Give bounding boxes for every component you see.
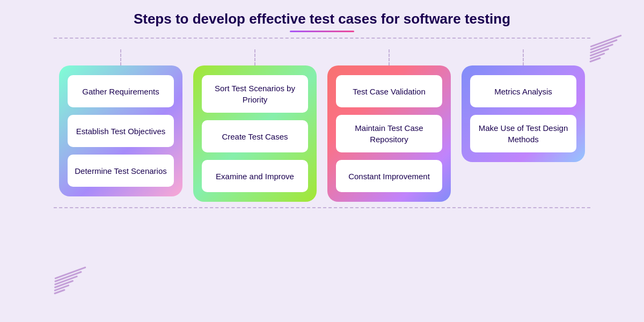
title-underline <box>290 31 354 32</box>
deco-lines-bottom-left <box>54 272 87 292</box>
title-section: Steps to develop effective test cases fo… <box>21 11 623 32</box>
item-maintain-test-case-repository: Maintain Test Case Repository <box>336 115 442 152</box>
card-3: Test Case Validation Maintain Test Case … <box>327 65 451 202</box>
page-container: Steps to develop effective test cases fo… <box>0 0 644 322</box>
item-make-use-test-design: Make Use of Test Design Methods <box>470 115 576 152</box>
item-gather-requirements: Gather Requirements <box>68 75 174 107</box>
item-constant-improvement: Constant Improvement <box>336 160 442 192</box>
deco-lines-top-right <box>589 40 623 61</box>
card-wrapper-1: Gather Requirements Establish Test Objec… <box>59 49 182 202</box>
card-wrapper-3: Test Case Validation Maintain Test Case … <box>327 49 451 202</box>
item-examine-improve: Examine and Improve <box>202 160 308 192</box>
dotted-line-4 <box>523 49 524 65</box>
card-1: Gather Requirements Establish Test Objec… <box>59 65 182 196</box>
item-determine-test-scenarios: Determine Test Scenarios <box>68 155 174 187</box>
card-wrapper-2: Sort Test Scenarios by Priority Create T… <box>193 49 317 202</box>
item-establish-test-objectives: Establish Test Objectives <box>68 115 174 147</box>
card-4: Metrics Analysis Make Use of Test Design… <box>462 65 585 162</box>
item-metrics-analysis: Metrics Analysis <box>470 75 576 107</box>
item-sort-test-scenarios: Sort Test Scenarios by Priority <box>202 75 308 113</box>
item-create-test-cases: Create Test Cases <box>202 120 308 152</box>
item-test-case-validation: Test Case Validation <box>336 75 442 107</box>
dotted-line-2 <box>254 49 255 65</box>
dotted-line-3 <box>389 49 390 65</box>
page-title: Steps to develop effective test cases fo… <box>21 11 623 27</box>
card-wrapper-4: Metrics Analysis Make Use of Test Design… <box>462 49 585 202</box>
cards-container: Gather Requirements Establish Test Objec… <box>21 49 623 202</box>
dotted-border-top <box>54 38 590 39</box>
card-2: Sort Test Scenarios by Priority Create T… <box>193 65 317 202</box>
dotted-line-1 <box>120 49 121 65</box>
dotted-border-bottom <box>54 207 590 208</box>
